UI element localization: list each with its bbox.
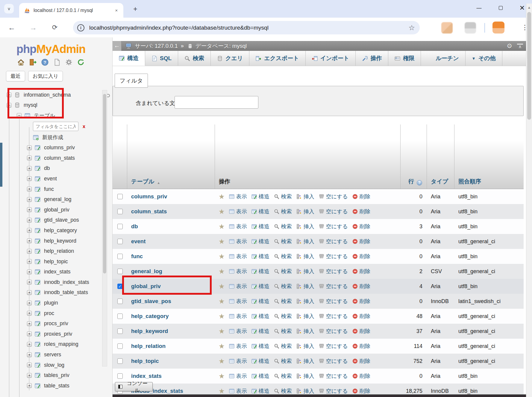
action-empty-link[interactable]: 空にする (319, 372, 348, 380)
rows-help-icon[interactable]: ? (417, 180, 422, 185)
action-search-link[interactable]: 検索 (274, 208, 292, 215)
action-search-link[interactable]: 検索 (274, 313, 292, 320)
action-empty-link[interactable]: 空にする (319, 238, 348, 245)
action-drop-link[interactable]: 削除 (352, 268, 370, 275)
tree-item-help_category[interactable]: +help_category (0, 225, 102, 236)
back-button[interactable]: ← (6, 22, 17, 33)
main-scrollbar[interactable]: ▲ (526, 4, 532, 397)
action-browse-link[interactable]: 表示 (229, 372, 247, 380)
table-name-link[interactable]: gtid_slave_pos (131, 298, 171, 305)
window-minimize-button[interactable]: — (475, 4, 484, 13)
action-browse-link[interactable]: 表示 (229, 298, 247, 305)
action-drop-link[interactable]: 削除 (352, 238, 370, 245)
tree-item-func[interactable]: +func (0, 184, 102, 194)
collapse-icon[interactable]: − (17, 113, 22, 118)
expand-icon[interactable]: + (27, 373, 32, 378)
action-insert-link[interactable]: 挿入 (296, 372, 314, 380)
expand-icon[interactable]: + (27, 311, 32, 316)
action-drop-link[interactable]: 削除 (352, 343, 370, 350)
action-insert-link[interactable]: 挿入 (296, 238, 314, 245)
row-checkbox[interactable] (117, 314, 123, 319)
action-search-link[interactable]: 検索 (274, 328, 292, 335)
breadcrumb-server[interactable]: サーバ: 127.0.0.1 (135, 42, 178, 50)
action-insert-link[interactable]: 挿入 (296, 223, 314, 230)
action-insert-link[interactable]: 挿入 (296, 328, 314, 335)
expand-icon[interactable]: + (27, 342, 32, 347)
new-tab-button[interactable]: + (131, 5, 140, 13)
action-browse-link[interactable]: 表示 (229, 358, 247, 365)
expand-icon[interactable]: + (27, 238, 32, 243)
action-empty-link[interactable]: 空にする (319, 328, 348, 335)
row-checkbox[interactable] (117, 254, 123, 259)
scrollbar-up-icon[interactable]: ▲ (526, 5, 532, 10)
action-insert-link[interactable]: 挿入 (296, 298, 314, 305)
row-checkbox[interactable] (117, 224, 123, 229)
tree-item-tables_priv[interactable]: +tables_priv (0, 370, 102, 381)
action-empty-link[interactable]: 空にする (319, 387, 348, 395)
tree-item-proxies_priv[interactable]: +proxies_priv (0, 329, 102, 339)
phpmyadmin-logo[interactable]: phpMyAdmin (0, 43, 102, 56)
extension-icon-2[interactable] (465, 22, 476, 34)
action-structure-link[interactable]: 構造 (251, 268, 269, 275)
action-search-link[interactable]: 検索 (274, 238, 292, 245)
expand-icon[interactable]: + (27, 166, 32, 171)
tree-item-テーブル[interactable]: −テーブル (0, 110, 102, 121)
row-checkbox[interactable] (117, 269, 123, 274)
action-search-link[interactable]: 検索 (274, 387, 292, 395)
action-insert-link[interactable]: 挿入 (296, 253, 314, 260)
action-structure-link[interactable]: 構造 (251, 283, 269, 290)
filter-containing-input[interactable] (175, 96, 258, 109)
action-browse-link[interactable]: 表示 (229, 208, 247, 215)
action-search-link[interactable]: 検索 (274, 358, 292, 365)
action-browse-link[interactable]: 表示 (229, 387, 247, 395)
favorite-star-icon[interactable]: ★ (219, 297, 225, 305)
table-name-link[interactable]: help_keyword (131, 328, 168, 334)
nav-tab-その他[interactable]: ▼その他 (466, 51, 502, 66)
tree-item-plugin[interactable]: +plugin (0, 298, 102, 308)
expand-icon[interactable]: + (27, 145, 32, 150)
action-structure-link[interactable]: 構造 (251, 238, 269, 245)
action-browse-link[interactable]: 表示 (229, 223, 247, 230)
action-drop-link[interactable]: 削除 (352, 208, 370, 215)
action-search-link[interactable]: 検索 (274, 372, 292, 380)
table-name-link[interactable]: db (131, 223, 138, 230)
favorite-star-icon[interactable]: ★ (219, 372, 225, 380)
collapse-top-icon[interactable]: ∧ (517, 44, 523, 48)
action-structure-link[interactable]: 構造 (251, 208, 269, 215)
action-structure-link[interactable]: 構造 (251, 193, 269, 200)
favorite-star-icon[interactable]: ★ (219, 223, 225, 231)
row-checkbox[interactable] (117, 328, 123, 334)
tree-filter-input[interactable] (33, 122, 78, 131)
docs-icon[interactable] (53, 58, 61, 66)
tree-item-help_relation[interactable]: +help_relation (0, 246, 102, 256)
expand-icon[interactable]: + (27, 187, 32, 191)
expand-icon[interactable]: + (27, 280, 32, 285)
expand-icon[interactable]: + (27, 249, 32, 254)
tree-item-help_topic[interactable]: +help_topic (0, 256, 102, 267)
table-name-link[interactable]: help_relation (131, 343, 166, 349)
window-close-button[interactable]: ✕ (518, 4, 527, 13)
address-bar[interactable]: i localhost/phpmyadmin/index.php?route=/… (73, 21, 420, 34)
action-empty-link[interactable]: 空にする (319, 298, 348, 305)
home-icon[interactable] (17, 58, 25, 66)
sort-by-rows[interactable]: 行 (408, 178, 414, 185)
action-structure-link[interactable]: 構造 (251, 298, 269, 305)
action-structure-link[interactable]: 構造 (251, 358, 269, 365)
action-search-link[interactable]: 検索 (274, 283, 292, 290)
table-name-link[interactable]: event (131, 238, 145, 245)
action-structure-link[interactable]: 構造 (251, 223, 269, 230)
action-empty-link[interactable]: 空にする (319, 223, 348, 230)
tree-item-slow_log[interactable]: +slow_log (0, 360, 102, 370)
row-checkbox[interactable] (117, 209, 123, 214)
action-structure-link[interactable]: 構造 (251, 313, 269, 320)
expand-icon[interactable]: + (27, 228, 32, 233)
tree-item-column_stats[interactable]: +column_stats (0, 153, 102, 163)
favorite-star-icon[interactable]: ★ (219, 267, 225, 276)
tree-item-innodb_index_stats[interactable]: +innodb_index_stats (0, 277, 102, 288)
action-structure-link[interactable]: 構造 (251, 372, 269, 380)
action-empty-link[interactable]: 空にする (319, 358, 348, 365)
table-name-link[interactable]: help_category (131, 313, 169, 320)
action-empty-link[interactable]: 空にする (319, 313, 348, 320)
tree-item-新規作成[interactable]: 新規作成 (0, 132, 102, 143)
nav-tab-検索[interactable]: 検索 (178, 51, 211, 66)
